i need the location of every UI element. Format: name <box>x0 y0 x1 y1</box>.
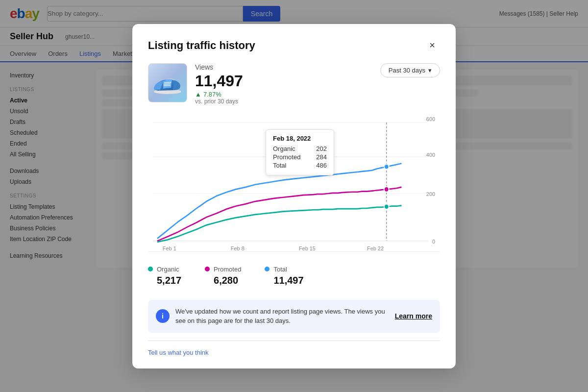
svg-text:Feb 15: Feb 15 <box>299 245 316 251</box>
svg-text:Feb 22: Feb 22 <box>367 245 384 251</box>
info-banner: i We've updated how we count and report … <box>148 300 440 333</box>
svg-line-1 <box>164 82 171 83</box>
period-selector: Past 30 days ▾ <box>380 63 440 77</box>
tooltip-row-total: Total 486 <box>273 162 327 169</box>
tooltip-label-total: Total <box>273 162 286 169</box>
legend-item-organic: Organic 5,217 <box>148 266 181 286</box>
trend-arrow-up-icon: ▲ <box>195 91 201 98</box>
tooltip-row-organic: Organic 202 <box>273 145 327 152</box>
views-label: Views <box>195 63 372 71</box>
svg-text:200: 200 <box>426 191 435 196</box>
legend-item-promoted: Promoted 6,280 <box>205 266 241 286</box>
svg-text:Feb 8: Feb 8 <box>231 245 245 251</box>
svg-line-3 <box>164 85 171 86</box>
period-dropdown-button[interactable]: Past 30 days ▾ <box>380 63 440 77</box>
modal-header: Listing traffic history × <box>148 38 440 53</box>
total-dot-icon <box>265 267 270 271</box>
svg-text:Feb 1: Feb 1 <box>163 245 176 251</box>
modal-title: Listing traffic history <box>148 39 255 52</box>
legend-total-text: Total <box>273 266 287 273</box>
close-button[interactable]: × <box>424 38 440 53</box>
modal-divider <box>148 341 440 341</box>
views-prior-text: vs. prior 30 days <box>195 98 372 105</box>
svg-point-19 <box>384 204 389 209</box>
promoted-dot-icon <box>205 267 210 271</box>
modal-overlay[interactable]: Listing traffic history × <box>0 0 588 392</box>
info-banner-text: We've updated how we count and report li… <box>175 307 389 326</box>
feedback-link[interactable]: Tell us what you think <box>148 349 209 356</box>
tooltip-value-organic: 202 <box>316 145 327 152</box>
svg-text:600: 600 <box>426 116 435 122</box>
chevron-down-icon: ▾ <box>428 67 432 74</box>
views-change-pct: 7.87% <box>203 91 221 98</box>
svg-point-17 <box>384 164 389 169</box>
tooltip-value-promoted: 284 <box>316 153 327 161</box>
legend-total-value: 11,497 <box>273 275 303 286</box>
legend-item-total: Total 11,497 <box>265 266 303 286</box>
svg-text:0: 0 <box>432 238 435 244</box>
svg-line-2 <box>164 84 171 84</box>
legend-label-total: Total <box>265 266 287 273</box>
legend-promoted-value: 6,280 <box>214 275 238 286</box>
legend-label-organic: Organic <box>148 266 179 273</box>
product-info-row: Views 11,497 ▲ 7.87% vs. prior 30 days P… <box>148 63 440 105</box>
shoe-icon <box>150 69 185 96</box>
tooltip-label-promoted: Promoted <box>273 153 300 161</box>
tooltip-label-organic: Organic <box>273 145 295 152</box>
views-section: Views 11,497 ▲ 7.87% vs. prior 30 days <box>195 63 372 105</box>
tooltip-row-promoted: Promoted 284 <box>273 153 327 161</box>
legend-organic-text: Organic <box>157 266 179 273</box>
listing-traffic-modal: Listing traffic history × <box>132 24 456 368</box>
info-icon: i <box>156 309 170 323</box>
views-count: 11,497 <box>195 73 372 89</box>
chart-legend: Organic 5,217 Promoted 6,280 Total 11,49… <box>148 260 440 292</box>
chart-tooltip: Feb 18, 2022 Organic 202 Promoted 284 To… <box>266 129 334 175</box>
tooltip-date: Feb 18, 2022 <box>273 135 327 142</box>
legend-promoted-text: Promoted <box>214 266 241 273</box>
legend-label-promoted: Promoted <box>205 266 241 273</box>
legend-organic-value: 5,217 <box>157 275 181 286</box>
period-label: Past 30 days <box>389 67 425 74</box>
tooltip-value-total: 486 <box>316 162 327 169</box>
learn-more-link[interactable]: Learn more <box>395 312 432 320</box>
svg-point-18 <box>384 187 389 192</box>
chart-container: 600 400 200 0 Feb 1 Feb 8 Feb 15 Feb 22 <box>148 115 440 252</box>
organic-dot-icon <box>148 267 153 271</box>
views-change: ▲ 7.87% <box>195 91 372 98</box>
product-thumbnail <box>148 63 187 102</box>
